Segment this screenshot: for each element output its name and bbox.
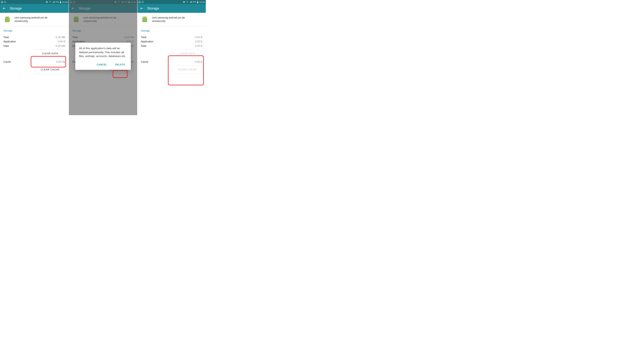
app-package-name: com.samsung.android.sm.devicesecurity [152, 16, 185, 23]
app-bar: Storage [0, 4, 69, 13]
clock: 15:40 [62, 1, 68, 3]
back-icon[interactable] [140, 7, 143, 10]
value-application: 0.00 B [58, 40, 65, 44]
app-package-name: com.samsung.android.sm.devicesecurity [15, 16, 47, 23]
picture-icon [138, 1, 141, 3]
svg-rect-20 [139, 1, 140, 3]
row-data: Data6.28 MB [4, 44, 65, 48]
wifi-icon [49, 1, 52, 3]
svg-rect-7 [5, 19, 10, 22]
app-bar: Storage [137, 4, 206, 13]
row-application: Application0.00 B [141, 40, 202, 44]
row-application: Application0.00 B [4, 40, 65, 44]
value-application: 0.00 B [195, 40, 202, 44]
battery-icon [60, 1, 61, 3]
battery-percent: 52% [193, 1, 196, 3]
svg-rect-4 [60, 2, 61, 3]
clear-cache-button[interactable]: CLEAR CACHE [35, 66, 65, 74]
cancel-button[interactable]: CANCEL [95, 62, 109, 67]
clock: 15:40 [199, 1, 205, 3]
back-icon[interactable] [3, 7, 6, 10]
value-total: 6.28 MB [56, 35, 65, 40]
section-label-storage: Storage [4, 29, 65, 32]
dialog-message: All of this application's data will be d… [79, 46, 127, 58]
svg-rect-27 [142, 19, 147, 22]
battery-percent: 52% [56, 1, 59, 3]
status-bar: 52% 15:40 [0, 0, 69, 4]
wifi-icon [186, 1, 189, 3]
row-cache: Cache0.00 B [141, 60, 202, 64]
row-total: Total0.00 B [141, 35, 202, 40]
screen-3: 52% 15:40 Storage com.samsung.android.sm… [137, 0, 206, 115]
delete-button[interactable]: DELETE [114, 62, 127, 67]
value-data: 0.00 B [195, 44, 202, 48]
screen-1: 52% 15:40 Storage com.samsung.android.sm… [0, 0, 69, 115]
vibrate-icon [183, 1, 185, 3]
svg-rect-23 [197, 1, 198, 1]
value-cache: 4.00 KB [56, 60, 65, 64]
svg-point-25 [143, 18, 144, 18]
row-data: Data0.00 B [141, 44, 202, 48]
svg-point-26 [146, 18, 146, 18]
clear-data-button: CLEAR DATA [172, 50, 202, 58]
page-title: Storage [147, 6, 159, 10]
svg-point-6 [8, 18, 9, 18]
svg-rect-3 [60, 1, 61, 1]
picture-icon [1, 1, 3, 3]
sync-icon [4, 1, 6, 3]
clear-cache-button: CLEAR CACHE [172, 66, 202, 74]
clear-data-button[interactable]: CLEAR DATA [35, 50, 65, 58]
row-cache: Cache4.00 KB [4, 60, 65, 64]
row-total: Total6.28 MB [4, 35, 65, 40]
signal-icon [190, 1, 192, 3]
battery-icon [197, 1, 198, 3]
page-title: Storage [10, 6, 22, 10]
android-icon [141, 16, 149, 23]
app-header: com.samsung.android.sm.devicesecurity [0, 13, 69, 26]
value-data: 6.28 MB [56, 44, 65, 48]
app-header: com.samsung.android.sm.devicesecurity [137, 13, 206, 26]
svg-point-5 [6, 18, 7, 18]
android-icon [4, 16, 11, 23]
svg-rect-24 [197, 2, 198, 3]
vibrate-icon [46, 1, 48, 3]
signal-icon [52, 1, 55, 3]
confirm-dialog: All of this application's data will be d… [75, 43, 131, 70]
sync-icon [141, 1, 144, 3]
svg-rect-0 [1, 1, 3, 3]
section-label-storage: Storage [141, 29, 202, 32]
value-total: 0.00 B [195, 35, 202, 40]
status-bar: 52% 15:40 [137, 0, 206, 4]
value-cache: 0.00 B [195, 60, 202, 64]
screen-2: 52% 15:40 Storage com.samsung.android.sm… [69, 0, 137, 115]
